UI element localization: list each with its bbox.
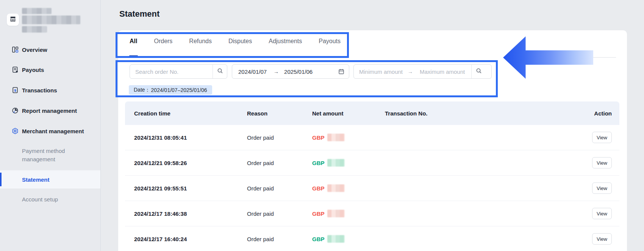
- cell-transaction-no: [385, 233, 548, 245]
- date-range-input[interactable]: 2024/01/07 → 2025/01/06: [232, 64, 349, 79]
- cell-net-amount: GBP: [312, 134, 385, 141]
- cell-net-amount: GBP: [312, 184, 385, 192]
- tab-orders[interactable]: Orders: [154, 38, 172, 45]
- storefront-icon: [9, 16, 16, 24]
- currency-label: GBP: [312, 160, 325, 166]
- tab-bar: AllOrdersRefundsDisputesAdjustmentsPayou…: [130, 38, 341, 45]
- view-button[interactable]: View: [592, 157, 612, 168]
- sidebar-item-statement[interactable]: Statement: [22, 176, 50, 183]
- search-icon: [476, 68, 482, 75]
- cell-transaction-no: [385, 182, 548, 194]
- cell-reason: Order paid: [247, 134, 312, 141]
- date-chip-value: 2024/01/07–2025/01/06: [151, 87, 207, 93]
- table-row: 2024/12/21 09:58:26 Order paid GBP View: [125, 150, 619, 176]
- amount-range-arrow: →: [408, 69, 413, 75]
- currency-label: GBP: [312, 134, 325, 141]
- column-header-net-amount: Net amount: [312, 110, 385, 117]
- currency-label: GBP: [312, 210, 325, 217]
- redacted-transaction-no: [385, 207, 484, 218]
- tab-payouts[interactable]: Payouts: [319, 38, 341, 45]
- search-button[interactable]: [213, 65, 227, 78]
- cell-transaction-no: [385, 131, 548, 143]
- arrow-tail-line: [593, 57, 616, 58]
- sidebar-active-indicator: [0, 173, 2, 186]
- currency-label: GBP: [312, 236, 325, 242]
- report-icon: [12, 107, 19, 114]
- overview-icon: [12, 46, 19, 53]
- date-chip-label: Date：: [134, 87, 150, 94]
- cell-reason: Order paid: [247, 160, 312, 166]
- date-range-arrow: →: [274, 69, 279, 75]
- table-row: 2024/12/17 16:40:24 Order paid GBP View: [125, 226, 619, 251]
- active-tab-underline: [129, 55, 138, 56]
- cell-creation-time: 2024/12/21 09:55:51: [134, 185, 247, 192]
- redacted-merchant-name-line: [22, 16, 80, 24]
- column-header-reason: Reason: [247, 110, 312, 117]
- sidebar-item-payment-method-management[interactable]: Payment method management: [22, 147, 83, 164]
- search-icon: [217, 68, 223, 75]
- column-header-action: Action: [548, 110, 619, 117]
- redacted-transaction-no: [385, 233, 484, 244]
- svg-text:$: $: [14, 88, 17, 92]
- date-start-value: 2024/01/07: [238, 69, 267, 75]
- amount-range-box: →: [353, 64, 492, 79]
- cell-reason: Order paid: [247, 236, 312, 242]
- cell-creation-time: 2024/12/31 08:05:41: [134, 134, 247, 141]
- cell-transaction-no: [385, 207, 548, 220]
- statement-card: AllOrdersRefundsDisputesAdjustmentsPayou…: [118, 30, 627, 251]
- cell-creation-time: 2024/12/17 16:40:24: [134, 236, 247, 242]
- cell-creation-time: 2024/12/17 18:46:38: [134, 210, 247, 217]
- view-button[interactable]: View: [592, 233, 612, 245]
- column-header-creation-time: Creation time: [134, 110, 247, 117]
- table-header: Creation timeReasonNet amountTransaction…: [125, 101, 619, 125]
- table-row: 2024/12/21 09:55:51 Order paid GBP View: [125, 176, 619, 201]
- page-title: Statement: [119, 9, 159, 19]
- view-button[interactable]: View: [592, 208, 612, 219]
- redacted-transaction-no: [385, 157, 484, 168]
- sidebar-item-payouts[interactable]: Payouts: [0, 65, 101, 75]
- tab-disputes[interactable]: Disputes: [228, 38, 252, 45]
- cell-reason: Order paid: [247, 210, 312, 217]
- tab-refunds[interactable]: Refunds: [189, 38, 212, 45]
- sidebar: Overview Payouts $ Transactions Report m…: [0, 0, 101, 251]
- payouts-icon: [12, 66, 19, 73]
- date-end-value: 2025/01/06: [284, 69, 313, 75]
- cell-reason: Order paid: [247, 185, 312, 192]
- transactions-icon: $: [12, 87, 19, 94]
- tab-adjustments[interactable]: Adjustments: [269, 38, 302, 45]
- redacted-amount: [327, 159, 345, 167]
- search-input[interactable]: [130, 69, 213, 75]
- redacted-transaction-no: [385, 182, 484, 193]
- date-filter-chip: Date： 2024/01/07–2025/01/06: [129, 85, 212, 95]
- redacted-amount: [327, 184, 345, 192]
- redacted-transaction-no: [385, 131, 484, 142]
- redacted-merchant-name-line: [22, 26, 47, 33]
- redacted-amount: [327, 210, 345, 217]
- tab-all[interactable]: All: [130, 38, 137, 45]
- cell-net-amount: GBP: [312, 159, 385, 167]
- merchant-logo: [7, 14, 19, 26]
- redacted-merchant-name-line: [22, 8, 52, 14]
- sidebar-item-transactions[interactable]: $ Transactions: [0, 85, 101, 95]
- sidebar-item-report-management[interactable]: Report management: [0, 106, 101, 115]
- redacted-amount: [327, 134, 345, 141]
- view-button[interactable]: View: [592, 132, 612, 143]
- sidebar-item-merchant-management[interactable]: Merchant management: [0, 126, 101, 136]
- table-row: 2024/12/31 08:05:41 Order paid GBP View: [125, 125, 619, 150]
- cell-net-amount: GBP: [312, 235, 385, 243]
- calendar-icon[interactable]: [338, 69, 344, 75]
- sidebar-item-overview[interactable]: Overview: [0, 45, 101, 55]
- table-row: 2024/12/17 18:46:38 Order paid GBP View: [125, 201, 619, 226]
- cell-transaction-no: [385, 157, 548, 169]
- merchant-icon: [12, 128, 19, 134]
- cell-creation-time: 2024/12/21 09:58:26: [134, 160, 247, 166]
- maximum-amount-input[interactable]: [414, 69, 471, 75]
- order-search-box: [130, 64, 227, 79]
- sidebar-item-account-setup[interactable]: Account setup: [22, 196, 58, 203]
- cell-net-amount: GBP: [312, 210, 385, 217]
- minimum-amount-input[interactable]: [354, 69, 408, 75]
- amount-search-button[interactable]: [471, 65, 486, 78]
- column-header-transaction-no: Transaction No.: [385, 110, 548, 117]
- view-button[interactable]: View: [592, 182, 612, 194]
- table-body: 2024/12/31 08:05:41 Order paid GBP View …: [125, 125, 619, 251]
